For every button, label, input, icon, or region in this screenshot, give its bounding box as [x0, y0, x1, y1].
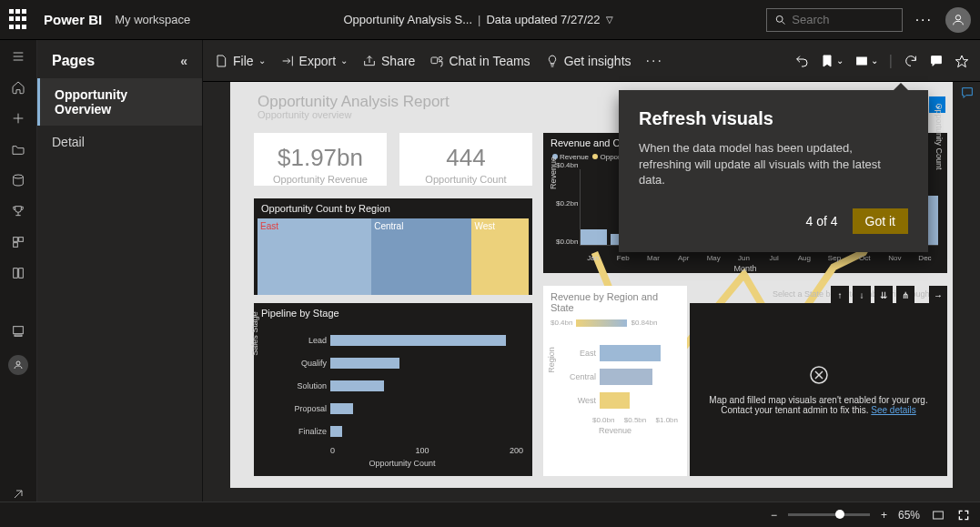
treemap-east[interactable]: East — [258, 218, 371, 295]
person-icon — [13, 360, 24, 370]
plus-icon[interactable] — [11, 111, 25, 126]
collapse-panel-icon[interactable]: « — [180, 54, 187, 68]
pipeline-bar[interactable]: Lead — [281, 332, 523, 348]
kpi-revenue-card[interactable]: $1.97bn Opportunity Revenue — [254, 133, 387, 186]
region-bar[interactable]: Central — [551, 369, 680, 385]
column-chart-xlabel: Month — [543, 264, 947, 273]
share-button[interactable]: Share — [362, 54, 415, 68]
comment-icon[interactable] — [929, 54, 944, 68]
svg-rect-11 — [14, 238, 18, 242]
more-icon[interactable]: ··· — [915, 12, 933, 28]
drill-up-icon[interactable]: ↑ — [831, 286, 849, 304]
database-icon[interactable] — [11, 173, 25, 187]
book-icon[interactable] — [11, 266, 25, 280]
chat-teams-button[interactable]: Chat in Teams — [429, 54, 530, 68]
brand-label: Power BI — [44, 12, 102, 27]
drill-hierarchy-icon[interactable]: ⋔ — [896, 286, 914, 304]
zoom-out-button[interactable]: − — [771, 509, 777, 522]
chevron-down-icon[interactable]: ▽ — [606, 15, 613, 25]
drill-down-icon[interactable]: ↓ — [853, 286, 871, 304]
svg-line-17 — [15, 491, 22, 498]
zoom-percent: 65% — [898, 509, 920, 522]
svg-marker-24 — [955, 56, 967, 67]
pipeline-bar[interactable]: Proposal — [281, 400, 523, 416]
workspaces-icon[interactable] — [11, 324, 25, 339]
svg-rect-21 — [431, 57, 438, 64]
treemap-west[interactable]: West — [471, 218, 529, 295]
report-name[interactable]: Opportunity Analysis S... — [343, 13, 472, 26]
trophy-icon[interactable] — [11, 204, 25, 218]
search-input[interactable] — [792, 13, 894, 26]
file-menu[interactable]: File⌄ — [214, 54, 266, 68]
page-item-overview[interactable]: Opportunity Overview — [37, 78, 202, 126]
canvas-comment-icon[interactable] — [960, 86, 975, 100]
callout-gotit-button[interactable]: Got it — [853, 208, 908, 234]
get-insights-button[interactable]: Get insights — [545, 54, 631, 68]
zoom-in-button[interactable]: + — [881, 509, 887, 522]
column-chart-yaxis-right: Opportunity Count — [935, 103, 944, 169]
svg-rect-12 — [19, 238, 24, 242]
app-icon[interactable] — [11, 235, 25, 249]
expand-arrow-icon[interactable] — [11, 487, 25, 502]
treemap-central[interactable]: Central — [371, 218, 471, 295]
home-icon[interactable] — [11, 80, 25, 95]
svg-point-8 — [14, 175, 24, 178]
fullscreen-icon[interactable] — [956, 508, 971, 522]
svg-rect-23 — [857, 57, 867, 65]
star-icon[interactable] — [955, 54, 969, 68]
lightbulb-icon — [545, 54, 560, 68]
svg-point-22 — [439, 56, 442, 60]
pipeline-bar[interactable]: Qualify — [281, 355, 523, 370]
callout-title: Refresh visuals — [639, 108, 908, 129]
column-chart-xaxis: JanFebMarAprMayJunJulAugSepOctNovDec — [580, 254, 938, 262]
user-avatar[interactable] — [945, 7, 971, 33]
search-icon — [774, 13, 787, 27]
export-icon — [280, 54, 295, 68]
pipeline-xticks: 0100200 — [330, 446, 523, 455]
view-icon — [854, 54, 869, 68]
fit-page-icon[interactable] — [931, 508, 945, 522]
export-menu[interactable]: Export⌄ — [280, 54, 348, 68]
pipeline-bar[interactable]: Solution — [281, 378, 523, 393]
region-bar-visual[interactable]: Revenue by Region and State $0.4bn$0.84b… — [543, 286, 687, 476]
folder-icon[interactable] — [11, 142, 25, 157]
app-launcher-icon[interactable] — [9, 9, 31, 31]
region-bar[interactable]: West — [551, 392, 680, 409]
share-icon — [362, 54, 377, 68]
undo-icon[interactable] — [794, 54, 809, 68]
treemap-visual[interactable]: Opportunity Count by Region East Central… — [254, 198, 532, 295]
region-bar[interactable]: East — [551, 345, 680, 361]
zoom-slider[interactable] — [788, 513, 870, 516]
vertical-divider: | — [478, 13, 480, 26]
search-input-container[interactable] — [766, 8, 903, 32]
region-title: Revenue by Region and State — [543, 286, 687, 319]
kpi-count-card[interactable]: 444 Opportunity Count — [399, 133, 532, 186]
svg-line-1 — [782, 21, 784, 24]
report-subtitle: Opportunity overview — [258, 109, 351, 120]
view-dropdown[interactable]: ⌄ — [854, 54, 878, 68]
svg-point-2 — [955, 15, 960, 19]
menu-icon[interactable] — [11, 49, 25, 64]
region-xlabel: Revenue — [543, 426, 687, 435]
pipeline-title: Pipeline by Stage — [254, 303, 532, 323]
pipeline-visual[interactable]: Pipeline by Stage Sales Stage LeadQualif… — [254, 303, 532, 476]
kpi-count-value: 444 — [399, 144, 532, 172]
pipeline-bar[interactable]: Finalize — [281, 423, 523, 439]
map-error-link[interactable]: See details — [871, 405, 915, 415]
my-workspace-icon[interactable] — [8, 355, 28, 375]
svg-point-16 — [16, 361, 20, 365]
workspace-label[interactable]: My workspace — [115, 13, 190, 26]
page-item-detail[interactable]: Detail — [37, 126, 202, 158]
kpi-revenue-label: Opportunity Revenue — [254, 174, 387, 185]
data-updated-label[interactable]: Data updated 7/27/22 — [486, 13, 600, 26]
expand-all-icon[interactable]: ⇊ — [874, 286, 893, 304]
bookmark-dropdown[interactable]: ⌄ — [820, 54, 844, 68]
drill-through-icon[interactable]: → — [929, 286, 947, 304]
callout-step: 4 of 4 — [806, 214, 838, 228]
pages-panel-title: Pages — [52, 53, 95, 69]
report-title: Opportunity Analysis Report — [258, 93, 450, 111]
toolbar-more-icon[interactable]: ··· — [646, 53, 663, 69]
map-error-visual[interactable]: Map and filled map visuals aren't enable… — [690, 303, 947, 476]
pipeline-xaxis: Opportunity Count — [281, 459, 523, 468]
refresh-icon[interactable] — [904, 54, 918, 68]
